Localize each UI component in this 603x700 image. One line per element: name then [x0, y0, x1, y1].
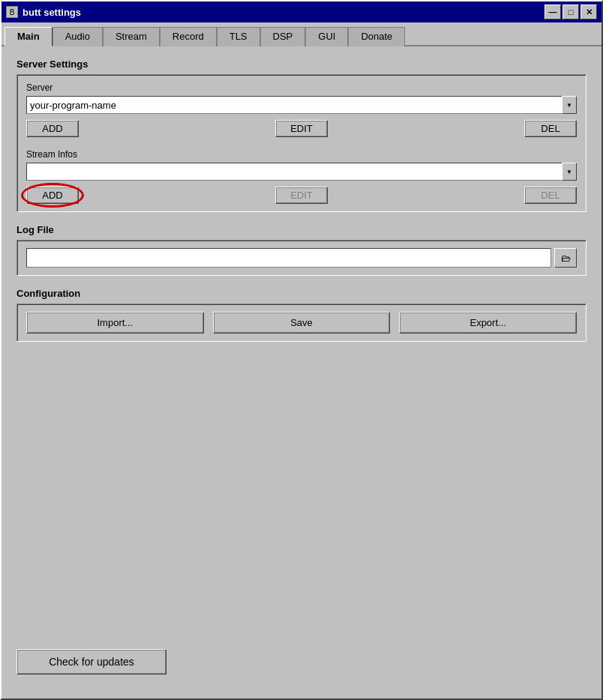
- server-settings-label: Server Settings: [16, 58, 586, 70]
- title-bar: B butt settings — □ ✕: [2, 1, 602, 22]
- tab-dsp[interactable]: DSP: [260, 27, 306, 46]
- check-updates-row: Check for updates: [16, 649, 586, 675]
- save-button[interactable]: Save: [213, 312, 391, 334]
- tab-stream[interactable]: Stream: [103, 27, 160, 46]
- server-dropdown-row: your-program-name ▼: [26, 96, 577, 114]
- main-content: Server Settings Server your-program-name…: [2, 46, 602, 699]
- title-bar-left: B butt settings: [6, 6, 81, 18]
- stream-infos-add-wrapper: ADD: [26, 187, 79, 204]
- config-buttons-row: Import... Save Export...: [26, 312, 577, 334]
- log-file-box: 🗁: [16, 240, 586, 276]
- window-title: butt settings: [22, 7, 81, 18]
- main-window: B butt settings — □ ✕ Main Audio Stream …: [0, 0, 603, 700]
- server-add-button[interactable]: ADD: [26, 120, 79, 137]
- stream-infos-select[interactable]: [26, 163, 577, 181]
- configuration-box: Import... Save Export...: [16, 304, 586, 342]
- log-file-section: Log File 🗁: [16, 224, 586, 276]
- server-field-label: Server: [26, 82, 577, 93]
- configuration-label: Configuration: [16, 288, 586, 299]
- export-button[interactable]: Export...: [399, 312, 577, 334]
- close-button[interactable]: ✕: [580, 4, 597, 19]
- minimize-button[interactable]: —: [544, 4, 561, 19]
- server-settings-section: Server Settings Server your-program-name…: [16, 58, 586, 212]
- log-file-input[interactable]: [26, 248, 551, 268]
- server-select[interactable]: your-program-name: [26, 96, 577, 114]
- tab-main[interactable]: Main: [4, 27, 52, 46]
- folder-icon: 🗁: [561, 253, 571, 264]
- maximize-button[interactable]: □: [562, 4, 579, 19]
- log-file-label: Log File: [16, 224, 586, 235]
- check-updates-button[interactable]: Check for updates: [16, 649, 166, 675]
- tab-record[interactable]: Record: [160, 27, 217, 46]
- server-settings-box: Server your-program-name ▼ ADD EDIT DEL …: [16, 74, 586, 212]
- stream-infos-del-button[interactable]: DEL: [524, 187, 577, 204]
- stream-infos-dropdown-row: ▼: [26, 163, 577, 181]
- tab-tls[interactable]: TLS: [217, 27, 260, 46]
- server-buttons-row: ADD EDIT DEL: [26, 120, 577, 137]
- tab-audio[interactable]: Audio: [52, 27, 103, 46]
- import-button[interactable]: Import...: [26, 312, 204, 334]
- log-file-folder-button[interactable]: 🗁: [554, 248, 577, 268]
- server-dropdown-wrapper: your-program-name ▼: [26, 96, 577, 114]
- title-bar-buttons: — □ ✕: [544, 4, 597, 19]
- app-icon: B: [6, 6, 18, 18]
- server-edit-button[interactable]: EDIT: [275, 120, 328, 137]
- stream-infos-dropdown-wrapper: ▼: [26, 163, 577, 181]
- log-file-row: 🗁: [26, 248, 577, 268]
- stream-infos-buttons-row: ADD EDIT DEL: [26, 187, 577, 204]
- stream-infos-add-button[interactable]: ADD: [26, 187, 79, 204]
- stream-infos-label: Stream Infos: [26, 149, 577, 160]
- stream-infos-edit-button[interactable]: EDIT: [275, 187, 328, 204]
- tab-gui[interactable]: GUI: [305, 27, 348, 46]
- tab-bar: Main Audio Stream Record TLS DSP GUI Don…: [2, 22, 602, 46]
- server-del-button[interactable]: DEL: [524, 120, 577, 137]
- tab-donate[interactable]: Donate: [348, 27, 405, 46]
- configuration-section: Configuration Import... Save Export...: [16, 288, 586, 342]
